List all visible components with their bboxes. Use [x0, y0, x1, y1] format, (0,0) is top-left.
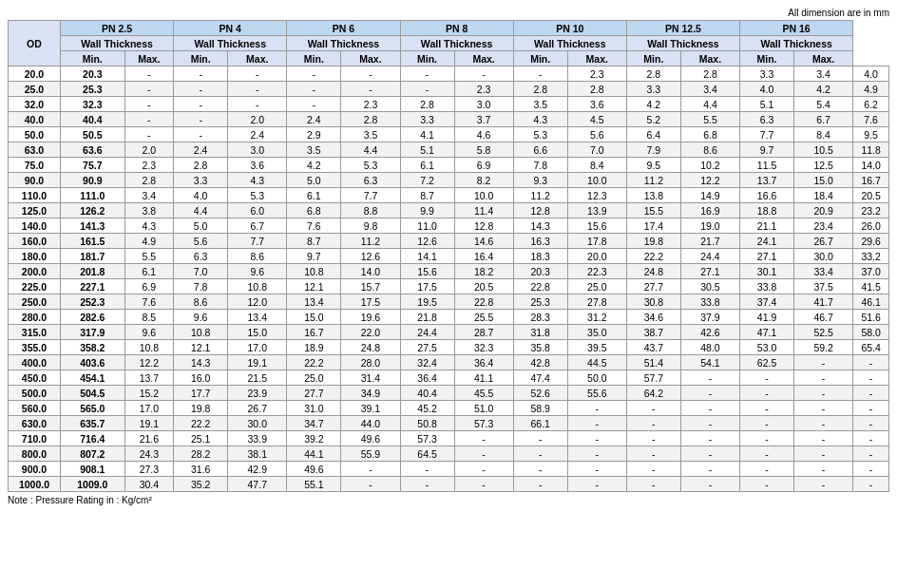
table-cell: 560.0	[9, 401, 61, 416]
table-cell: 24.1	[740, 234, 794, 249]
table-cell: 20.9	[794, 203, 853, 218]
table-cell: 6.1	[400, 158, 454, 173]
table-cell: 36.4	[400, 370, 454, 386]
table-cell: -	[124, 66, 174, 82]
table-cell: -	[626, 446, 680, 462]
table-cell: -	[124, 112, 174, 127]
table-cell: 12.8	[454, 218, 513, 234]
table-cell: 57.3	[454, 416, 513, 431]
table-cell: 15.5	[626, 203, 680, 218]
table-cell: 18.3	[513, 249, 567, 264]
table-cell: 19.5	[400, 294, 454, 310]
pn16-wt: Wall Thickness	[740, 36, 853, 51]
table-cell: 2.3	[124, 158, 174, 173]
table-cell: 4.9	[124, 234, 174, 249]
table-cell: -	[454, 446, 513, 462]
pn25-max: Max.	[124, 51, 174, 66]
table-cell: 2.8	[124, 173, 174, 188]
table-cell: -	[680, 386, 739, 401]
table-cell: 2.8	[513, 82, 567, 97]
table-cell: -	[740, 431, 794, 446]
table-cell: 12.8	[513, 203, 567, 218]
table-cell: 24.4	[400, 325, 454, 340]
table-row: 710.0716.421.625.133.939.249.657.3------…	[9, 431, 889, 446]
table-cell: 3.0	[228, 142, 287, 158]
table-cell: 4.9	[853, 82, 889, 97]
table-cell: 2.4	[287, 112, 341, 127]
table-cell: 7.8	[513, 158, 567, 173]
table-cell: 2.4	[228, 127, 287, 142]
pn8-max: Max.	[454, 51, 513, 66]
table-row: 50.050.5--2.42.93.54.14.65.35.66.46.87.7…	[9, 127, 889, 142]
table-cell: 12.0	[228, 294, 287, 310]
table-cell: 35.0	[567, 325, 626, 340]
table-cell: 13.4	[228, 310, 287, 325]
table-cell: 201.8	[60, 264, 124, 279]
table-cell: 250.0	[9, 294, 61, 310]
table-cell: 6.1	[287, 188, 341, 203]
table-cell: -	[794, 431, 853, 446]
table-row: 125.0126.23.84.46.06.88.89.911.412.813.9…	[9, 203, 889, 218]
table-cell: 4.6	[454, 127, 513, 142]
table-cell: 630.0	[9, 416, 61, 431]
table-cell: 15.6	[567, 218, 626, 234]
table-cell: 21.5	[228, 370, 287, 386]
table-cell: 30.4	[124, 477, 174, 492]
table-cell: 19.1	[228, 355, 287, 370]
table-cell: 2.8	[567, 82, 626, 97]
table-cell: 9.3	[513, 173, 567, 188]
table-cell: 20.3	[513, 264, 567, 279]
table-cell: 50.0	[567, 370, 626, 386]
table-cell: -	[567, 401, 626, 416]
table-cell: 2.3	[341, 97, 400, 112]
table-cell: 24.3	[124, 446, 174, 462]
table-cell: 17.0	[124, 401, 174, 416]
table-cell: 16.9	[680, 203, 739, 218]
table-cell: 75.0	[9, 158, 61, 173]
pn6-header: PN 6	[287, 21, 400, 36]
table-cell: -	[626, 462, 680, 477]
table-cell: -	[454, 462, 513, 477]
table-cell: 908.1	[60, 462, 124, 477]
table-cell: 12.6	[341, 249, 400, 264]
table-cell: 63.6	[60, 142, 124, 158]
table-cell: 42.8	[513, 355, 567, 370]
table-row: 500.0504.515.217.723.927.734.940.445.552…	[9, 386, 889, 401]
table-cell: 807.2	[60, 446, 124, 462]
table-cell: 46.7	[794, 310, 853, 325]
table-cell: 500.0	[9, 386, 61, 401]
table-cell: 39.5	[567, 340, 626, 355]
table-cell: 7.7	[228, 234, 287, 249]
table-cell: 44.5	[567, 355, 626, 370]
table-cell: -	[740, 446, 794, 462]
pn10-max: Max.	[567, 51, 626, 66]
table-cell: 17.8	[567, 234, 626, 249]
table-cell: -	[567, 462, 626, 477]
table-cell: 24.8	[341, 340, 400, 355]
pn10-header: PN 10	[513, 21, 626, 36]
table-cell: 44.1	[287, 446, 341, 462]
table-cell: -	[228, 97, 287, 112]
table-cell: 65.4	[853, 340, 889, 355]
table-cell: 75.7	[60, 158, 124, 173]
table-cell: 20.5	[853, 188, 889, 203]
table-cell: 25.0	[287, 370, 341, 386]
table-cell: 6.3	[740, 112, 794, 127]
table-cell: -	[228, 82, 287, 97]
table-cell: 5.3	[228, 188, 287, 203]
pn125-min: Min.	[626, 51, 680, 66]
table-cell: -	[853, 431, 889, 446]
table-cell: 38.7	[626, 325, 680, 340]
table-cell: 6.9	[124, 279, 174, 294]
table-cell: 52.6	[513, 386, 567, 401]
pn6-min: Min.	[287, 51, 341, 66]
table-cell: 30.1	[740, 264, 794, 279]
table-cell: 4.4	[341, 142, 400, 158]
table-cell: -	[400, 82, 454, 97]
table-cell: -	[400, 477, 454, 492]
table-row: 280.0282.68.59.613.415.019.621.825.528.3…	[9, 310, 889, 325]
table-cell: 25.1	[174, 431, 228, 446]
table-cell: 19.8	[174, 401, 228, 416]
table-cell: 450.0	[9, 370, 61, 386]
table-cell: 26.0	[853, 218, 889, 234]
